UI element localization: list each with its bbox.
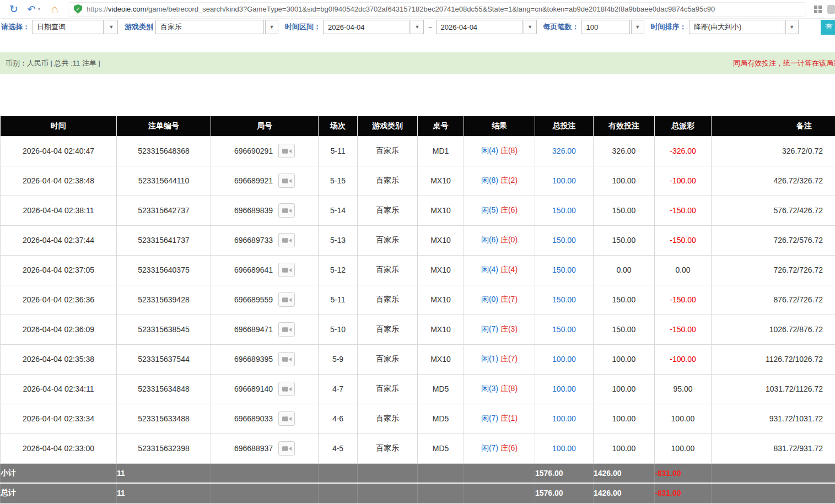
result-player: 闲(1) (481, 354, 498, 363)
video-replay-button[interactable] (278, 203, 295, 218)
cell-total-bet: 150.00 (535, 196, 594, 225)
query-type-select[interactable]: 日期查询 ▼ (32, 20, 118, 34)
cell-total-bet: 150.00 (535, 255, 594, 285)
cell-total-bet: 150.00 (535, 285, 594, 315)
sort-value[interactable]: 降幂(由大到小) (689, 20, 784, 34)
reload-icon[interactable]: ↻ (7, 3, 21, 15)
video-replay-button[interactable] (278, 174, 295, 188)
cell-round-id: 696689033 (211, 404, 319, 433)
page-size-label: 每页笔数： (543, 22, 579, 32)
cell-time: 2026-04-04 02:33:34 (1, 404, 117, 433)
total-label: 总计 (1, 483, 117, 503)
result-player: 闲(5) (481, 205, 498, 214)
query-type-value[interactable]: 日期查询 (32, 20, 104, 34)
chevron-down-icon[interactable]: ▼ (265, 20, 278, 34)
date-from-value[interactable]: 2026-04-04 (323, 20, 410, 34)
game-category-value[interactable]: 百家乐 (155, 20, 264, 34)
sort-select[interactable]: 降幂(由大到小) ▼ (689, 20, 799, 34)
game-category-select[interactable]: 百家乐 ▼ (155, 20, 278, 34)
table-header-row: 时间 注单编号 局号 场次 游戏类别 桌号 结果 总投注 有效投注 总派彩 备注 (1, 116, 835, 136)
cell-valid-bet: 0.00 (594, 255, 655, 285)
cell-payout: 0.00 (655, 255, 712, 285)
cell-remark: 426.72/326.72 (712, 166, 835, 196)
cell-session: 5-9 (319, 344, 358, 374)
table-row: 2026-04-04 02:33:00 523315632398 6966889… (1, 433, 835, 463)
chevron-down-icon[interactable]: ▼ (105, 20, 118, 34)
url-text: https://videoie.com/game/betrecord_searc… (87, 5, 715, 13)
total-row: 总计 11 1576.00 1426.00 -831.00 (1, 483, 835, 503)
cell-valid-bet: 100.00 (594, 344, 655, 374)
empty-cell (358, 463, 418, 483)
apps-grid-icon[interactable] (814, 6, 822, 13)
video-replay-button[interactable] (278, 411, 295, 426)
date-to-value[interactable]: 2026-04-04 (436, 20, 522, 34)
page-size-value[interactable]: 100 (581, 20, 630, 34)
sort-label: 时间排序： (651, 22, 687, 32)
table-row: 2026-04-04 02:35:38 523315637544 6966893… (1, 344, 835, 374)
video-replay-button[interactable] (278, 292, 295, 307)
browser-window: ↻ ↶ ▾ ⌂ ✓ https://videoie.com/game/betre… (0, 0, 835, 504)
cell-valid-bet: 100.00 (594, 166, 655, 196)
query-type-label: 请选择： (1, 22, 30, 32)
chevron-down-icon[interactable]: ▼ (785, 20, 799, 34)
cell-valid-bet: 150.00 (594, 315, 655, 344)
cell-session: 5-15 (319, 166, 358, 196)
cell-time: 2026-04-04 02:35:38 (1, 344, 117, 374)
cell-table-no: MX10 (418, 285, 464, 315)
video-replay-button[interactable] (278, 144, 295, 158)
table-row: 2026-04-04 02:33:34 523315633488 6966890… (1, 404, 835, 433)
cell-session: 4-7 (319, 374, 358, 404)
undo-dropdown-icon[interactable]: ▾ (38, 7, 40, 12)
cell-bet-id: 523315640375 (117, 255, 211, 285)
chevron-down-icon[interactable]: ▼ (524, 20, 537, 34)
header-payout: 总派彩 (655, 116, 712, 136)
cell-bet-id: 523315632398 (117, 433, 211, 463)
cell-table-no: MX10 (418, 255, 464, 285)
round-number: 696689033 (234, 414, 273, 423)
cell-result: 闲(8) 庄(2) (464, 166, 535, 196)
empty-cell (319, 463, 358, 483)
round-number: 696689839 (234, 206, 273, 215)
chevron-down-icon[interactable]: ▼ (631, 20, 644, 34)
cell-total-bet: 100.00 (535, 166, 594, 196)
cell-remark: 726.72/576.72 (712, 225, 835, 255)
cell-payout: 95.00 (655, 374, 712, 404)
subtotal-row: 小计 11 1576.00 1426.00 -831.00 (1, 463, 835, 483)
undo-icon[interactable]: ↶ (25, 3, 37, 15)
cell-session: 5-11 (319, 136, 358, 166)
search-button[interactable]: 查 (821, 20, 835, 35)
cell-table-no: MX10 (418, 344, 464, 374)
cell-payout: -150.00 (655, 225, 712, 255)
cell-result: 闲(4) 庄(4) (464, 255, 535, 285)
page-size-select[interactable]: 100 ▼ (581, 20, 644, 34)
home-icon[interactable]: ⌂ (47, 2, 62, 17)
result-player: 闲(7) (481, 414, 498, 422)
empty-cell (418, 463, 464, 483)
video-replay-button[interactable] (278, 233, 295, 247)
cell-time: 2026-04-04 02:36:09 (1, 315, 117, 344)
cell-session: 4-5 (319, 433, 358, 463)
result-banker: 庄(1) (500, 414, 518, 422)
date-from-select[interactable]: 2026-04-04 ▼ (323, 20, 424, 34)
profile-icon[interactable] (827, 5, 835, 14)
chevron-down-icon[interactable]: ▼ (411, 20, 424, 34)
video-replay-button[interactable] (278, 322, 295, 337)
video-replay-button[interactable] (278, 382, 295, 396)
cell-game-type: 百家乐 (358, 285, 418, 315)
header-session: 场次 (319, 116, 358, 136)
cell-total-bet: 100.00 (535, 374, 594, 404)
cell-game-type: 百家乐 (358, 225, 418, 255)
result-player: 闲(3) (481, 384, 498, 393)
date-to-select[interactable]: 2026-04-04 ▼ (436, 20, 537, 34)
round-number: 696689395 (234, 355, 273, 364)
address-bar[interactable]: ✓ https://videoie.com/game/betrecord_sea… (68, 2, 806, 17)
table-row: 2026-04-04 02:38:11 523315642737 6966898… (1, 196, 835, 225)
subtotal-valid-bet: 1426.00 (594, 463, 655, 483)
header-round-id: 局号 (211, 116, 319, 136)
cell-payout: 100.00 (655, 404, 712, 433)
video-replay-button[interactable] (278, 441, 295, 456)
empty-cell (211, 463, 319, 483)
video-replay-button[interactable] (278, 263, 295, 277)
notice-text: 同局有效投注，统一计算在该局第 (733, 58, 835, 68)
video-replay-button[interactable] (278, 352, 295, 366)
